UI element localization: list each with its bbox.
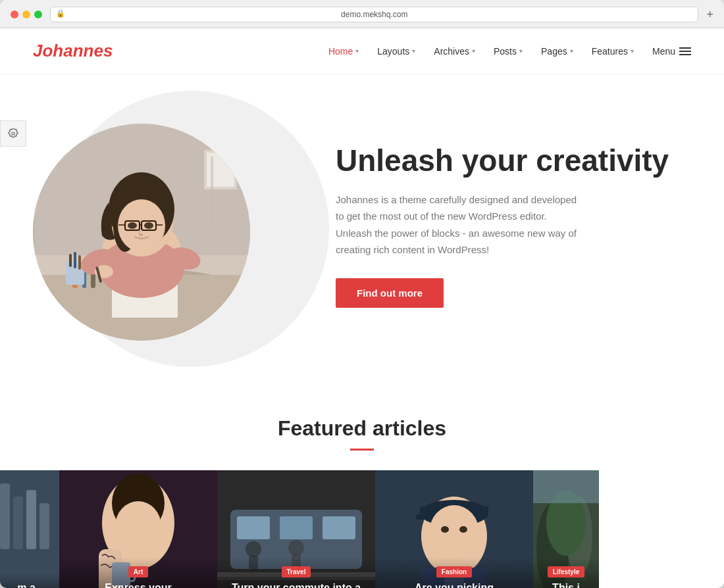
card-image xyxy=(0,470,59,588)
navbar: Johannes Home ▾ Layouts ▾ Archive xyxy=(0,28,724,74)
card-title: Are you picking xyxy=(383,581,525,588)
traffic-lights xyxy=(11,11,42,18)
hamburger-icon xyxy=(679,47,691,55)
browser-window: demo.mekshq.com + Johannes Home ▾ xyxy=(0,0,724,588)
card-title: Turn your commute into a xyxy=(225,581,367,588)
svg-point-36 xyxy=(144,222,153,229)
url-text: demo.mekshq.com xyxy=(341,10,407,19)
svg-rect-13 xyxy=(78,255,81,270)
card-overlay: Art Express your xyxy=(59,557,217,588)
svg-rect-75 xyxy=(533,470,599,503)
hero-description: Johannes is a theme carefully designed a… xyxy=(336,191,579,258)
nav-link-pages[interactable]: Pages ▾ xyxy=(541,46,573,57)
browser-chrome: demo.mekshq.com + xyxy=(0,0,724,28)
hero-title: Unleash your creativity xyxy=(336,143,691,178)
gear-icon xyxy=(8,128,18,139)
card-tag: Art xyxy=(128,566,148,577)
page-content: Johannes Home ▾ Layouts ▾ Archive xyxy=(0,28,724,588)
hero-illustration xyxy=(33,124,250,341)
card-title: Express your xyxy=(67,581,209,588)
chevron-down-icon: ▾ xyxy=(519,47,523,55)
svg-point-57 xyxy=(288,540,304,556)
featured-section: Featured articles m a xyxy=(0,390,724,588)
nav-item-menu[interactable]: Menu xyxy=(652,46,691,57)
svg-rect-42 xyxy=(26,490,36,549)
card-title: This i xyxy=(541,581,591,588)
svg-point-35 xyxy=(128,222,137,229)
chevron-down-icon: ▾ xyxy=(570,47,573,55)
chevron-down-icon: ▾ xyxy=(631,47,634,55)
svg-rect-40 xyxy=(0,483,10,549)
hero-content: Unleash your creativity Johannes is a th… xyxy=(296,143,691,308)
svg-point-0 xyxy=(12,132,14,135)
hero-image xyxy=(33,124,250,341)
nav-link-home[interactable]: Home ▾ xyxy=(328,46,359,57)
address-bar[interactable]: demo.mekshq.com xyxy=(50,7,698,22)
card-tag: Fashion xyxy=(436,566,472,577)
nav-link-features[interactable]: Features ▾ xyxy=(592,46,634,57)
nav-item-layouts[interactable]: Layouts ▾ xyxy=(377,46,415,57)
chevron-down-icon: ▾ xyxy=(355,47,359,55)
nav-link-archives[interactable]: Archives ▾ xyxy=(434,46,475,57)
hamburger-menu[interactable]: Menu xyxy=(652,46,691,57)
svg-rect-43 xyxy=(39,503,49,549)
svg-point-55 xyxy=(246,541,261,557)
svg-rect-65 xyxy=(416,514,427,520)
article-card[interactable]: Fashion Are you picking xyxy=(375,470,533,588)
article-card[interactable]: Art Express your xyxy=(59,470,217,588)
featured-divider xyxy=(350,449,374,451)
card-overlay: Lifestyle This i xyxy=(533,557,599,588)
svg-point-68 xyxy=(459,526,467,533)
nav-item-pages[interactable]: Pages ▾ xyxy=(541,46,573,57)
svg-rect-11 xyxy=(69,254,72,267)
svg-rect-41 xyxy=(13,497,23,549)
card-overlay: Fashion Are you picking xyxy=(375,557,533,588)
chevron-down-icon: ▾ xyxy=(472,47,475,55)
nav-item-features[interactable]: Features ▾ xyxy=(592,46,634,57)
site-logo[interactable]: Johannes xyxy=(33,41,113,61)
article-card[interactable]: Travel Turn your commute into a xyxy=(217,470,375,588)
new-tab-button[interactable]: + xyxy=(706,9,713,20)
nav-item-posts[interactable]: Posts ▾ xyxy=(494,46,523,57)
nav-link-layouts[interactable]: Layouts ▾ xyxy=(377,46,415,57)
cta-button[interactable]: Find out more xyxy=(336,278,444,308)
close-button[interactable] xyxy=(11,11,18,18)
card-overlay: m a xyxy=(0,574,59,588)
articles-row: m a xyxy=(0,470,724,588)
maximize-button[interactable] xyxy=(34,11,42,18)
card-title: m a xyxy=(1,581,51,588)
card-tag: Lifestyle xyxy=(548,566,585,577)
hero-section: Unleash your creativity Johannes is a th… xyxy=(0,74,724,390)
svg-point-47 xyxy=(115,501,161,551)
svg-point-67 xyxy=(441,526,449,533)
article-card[interactable]: Lifestyle This i xyxy=(533,470,599,588)
svg-rect-52 xyxy=(237,516,270,539)
svg-rect-54 xyxy=(323,516,355,539)
featured-title: Featured articles xyxy=(0,416,724,441)
svg-rect-38 xyxy=(33,157,35,255)
settings-button[interactable] xyxy=(0,120,26,147)
nav-item-archives[interactable]: Archives ▾ xyxy=(434,46,475,57)
svg-point-66 xyxy=(429,505,479,560)
card-tag: Travel xyxy=(282,566,311,577)
svg-rect-37 xyxy=(211,157,213,222)
hero-image-container xyxy=(33,110,296,341)
nav-links: Home ▾ Layouts ▾ Archives ▾ xyxy=(328,46,691,57)
menu-label: Menu xyxy=(652,46,675,57)
article-card[interactable]: m a xyxy=(0,470,59,588)
nav-link-posts[interactable]: Posts ▾ xyxy=(494,46,523,57)
nav-item-home[interactable]: Home ▾ xyxy=(328,46,359,57)
svg-rect-12 xyxy=(74,252,76,268)
card-overlay: Travel Turn your commute into a xyxy=(217,557,375,588)
chevron-down-icon: ▾ xyxy=(412,47,415,55)
svg-rect-53 xyxy=(280,516,313,539)
minimize-button[interactable] xyxy=(22,11,30,18)
